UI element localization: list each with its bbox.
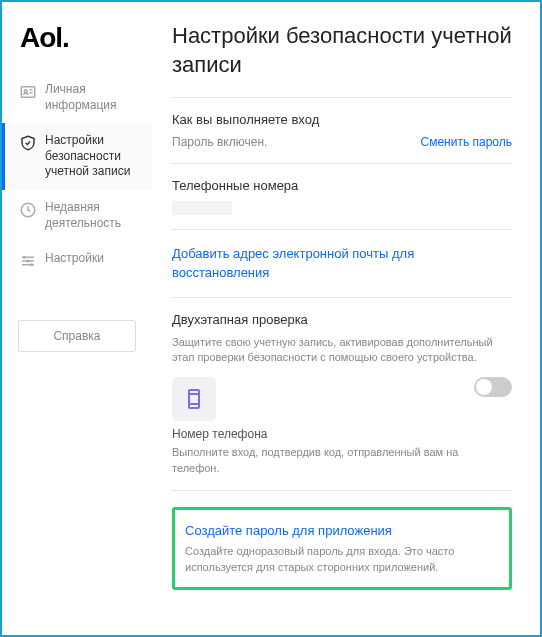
svg-point-9 (27, 260, 29, 262)
twostep-toggle[interactable] (474, 377, 512, 397)
sidebar-item-label: Настройки (45, 251, 104, 267)
sidebar-item-label: Недавняя деятельность (45, 200, 144, 231)
main-content: Настройки безопасности учетной записи Ка… (152, 2, 540, 635)
sidebar-item-label: Настройки безопасности учетной записи (45, 133, 144, 180)
id-card-icon (19, 83, 37, 101)
twostep-heading: Двухэтапная проверка (172, 312, 512, 327)
sidebar-item-security[interactable]: Настройки безопасности учетной записи (2, 123, 152, 190)
svg-rect-0 (21, 87, 35, 98)
phones-section: Телефонные номера (172, 163, 512, 229)
phones-heading: Телефонные номера (172, 178, 512, 193)
page-title: Настройки безопасности учетной записи (172, 22, 512, 79)
highlight-box: Создайте пароль для приложения Создайте … (172, 507, 512, 590)
logo: Aol. (2, 12, 152, 72)
svg-rect-11 (189, 390, 199, 408)
help-button[interactable]: Справка (18, 320, 136, 352)
sidebar-item-personal-info[interactable]: Личная информация (2, 72, 152, 123)
list-icon (19, 252, 37, 270)
sidebar: Aol. Личная информация Настройки безопас… (2, 2, 152, 635)
shield-icon (19, 134, 37, 152)
signin-section: Как вы выполняете вход Пароль включен. С… (172, 97, 512, 163)
sidebar-item-settings[interactable]: Настройки (2, 241, 152, 280)
add-recovery-email-link[interactable]: Добавить адрес электронной почты для вос… (172, 246, 414, 280)
app-password-description: Создайте одноразовый пароль для входа. Э… (185, 544, 499, 575)
twostep-description: Защитите свою учетную запись, активирова… (172, 335, 512, 366)
change-password-link[interactable]: Сменить пароль (420, 135, 512, 149)
create-app-password-link[interactable]: Создайте пароль для приложения (185, 522, 499, 540)
phone-icon (172, 377, 216, 421)
svg-point-1 (24, 90, 27, 93)
svg-point-10 (31, 264, 33, 266)
signin-heading: Как вы выполняете вход (172, 112, 512, 127)
app-password-section: Создайте пароль для приложения Создайте … (172, 490, 512, 590)
phone-method-description: Выполните вход, подтвердив код, отправле… (172, 445, 474, 476)
twostep-section: Двухэтапная проверка Защитите свою учетн… (172, 297, 512, 491)
phone-number-redacted (172, 201, 232, 215)
sidebar-item-recent-activity[interactable]: Недавняя деятельность (2, 190, 152, 241)
sidebar-item-label: Личная информация (45, 82, 144, 113)
password-status: Пароль включен. (172, 135, 267, 149)
clock-icon (19, 201, 37, 219)
recovery-email-section: Добавить адрес электронной почты для вос… (172, 229, 512, 296)
phone-method-label: Номер телефона (172, 427, 474, 441)
svg-point-8 (24, 257, 26, 259)
toggle-knob (476, 379, 492, 395)
